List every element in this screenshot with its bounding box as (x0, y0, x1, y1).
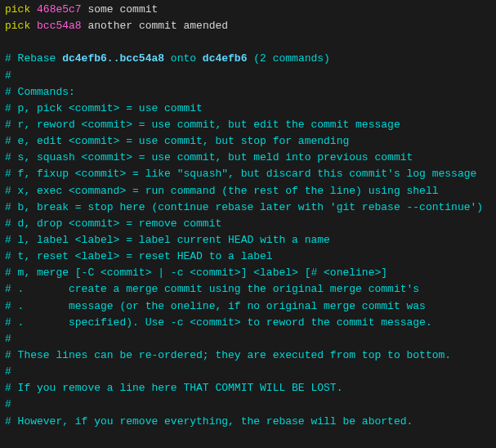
comment-line: # r, reword <commit> = use commit, but e… (5, 117, 491, 133)
onto-hash: dc4efb6 (203, 52, 248, 65)
comment-line: # (5, 68, 491, 84)
comment-line: # (5, 364, 491, 380)
comment-line: # b, break = stop here (continue rebase … (5, 199, 491, 216)
comment-text: (2 commands) (247, 52, 329, 65)
comment-line: # l, label <label> = label current HEAD … (5, 232, 491, 249)
comment-line: # e, edit <commit> = use commit, but sto… (5, 133, 491, 150)
comment-line: # x, exec <command> = run command (the r… (5, 183, 491, 199)
comment-line: # . create a merge commit using the orig… (5, 281, 491, 298)
comment-line: # . specified). Use -c <commit> to rewor… (5, 315, 491, 331)
comment-line: # t, reset <label> = reset HEAD to a lab… (5, 249, 491, 265)
comment-line: # (5, 331, 491, 347)
rebase-header-comment: # Rebase dc4efb6..bcc54a8 onto dc4efb6 (… (5, 51, 491, 67)
commit-msg-word: commit (119, 3, 158, 16)
commit-range: dc4efb6..bcc54a8 (62, 52, 164, 65)
editor-content[interactable]: pick 468e5c7 some commit pick bcc54a8 an… (5, 2, 491, 430)
comment-line: # f, fixup <commit> = like "squash", but… (5, 166, 491, 182)
comment-line: # . message (or the oneline, if no origi… (5, 298, 491, 315)
comment-line: # Commands: (5, 84, 491, 101)
comment-text: onto (164, 52, 203, 65)
commit-msg-word: some (87, 3, 113, 16)
comment-line: # However, if you remove everything, the… (5, 414, 491, 430)
commit-msg-word: amended (184, 20, 229, 32)
blank-line (5, 34, 491, 51)
comment-line: # These lines can be re-ordered; they ar… (5, 347, 491, 364)
commit-msg-word: commit (139, 20, 177, 32)
comment-line: # (5, 396, 491, 413)
commit-line[interactable]: pick bcc54a8 another commit amended (5, 18, 491, 34)
rebase-action: pick (5, 3, 30, 16)
commit-hash: bcc54a8 (37, 20, 82, 32)
commit-line[interactable]: pick 468e5c7 some commit (5, 2, 491, 18)
comment-line: # If you remove a line here THAT COMMIT … (5, 380, 491, 396)
comment-line: # m, merge [-C <commit> | -c <commit>] <… (5, 265, 491, 281)
comment-text: # Rebase (5, 52, 62, 65)
rebase-action: pick (5, 20, 30, 32)
commit-msg-word: another (87, 20, 132, 32)
comment-line: # d, drop <commit> = remove commit (5, 216, 491, 232)
comment-line: # s, squash <commit> = use commit, but m… (5, 150, 491, 166)
comment-line: # p, pick <commit> = use commit (5, 101, 491, 117)
commit-hash: 468e5c7 (37, 3, 82, 16)
